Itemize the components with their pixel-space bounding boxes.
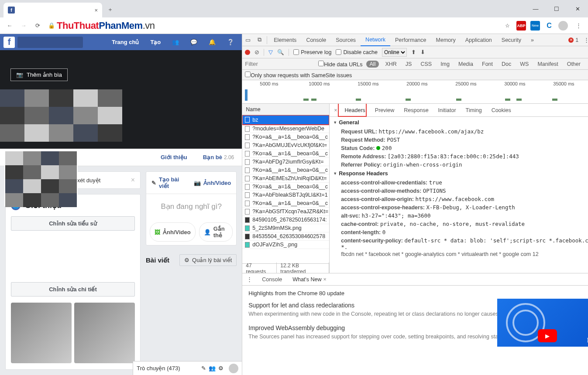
tab-response[interactable]: Response bbox=[399, 104, 433, 117]
tab-network[interactable]: Network bbox=[361, 34, 390, 46]
tab-memory[interactable]: Memory bbox=[431, 34, 461, 46]
reload-button[interactable]: ⟳ bbox=[31, 20, 44, 32]
record-icon[interactable] bbox=[245, 50, 250, 55]
preserve-log-checkbox[interactable]: Preserve log bbox=[293, 49, 331, 55]
disable-cache-checkbox[interactable]: Disable cache bbox=[336, 49, 378, 55]
tab-cookies[interactable]: Cookies bbox=[487, 104, 516, 117]
nav-home[interactable]: Trang chủ bbox=[107, 39, 143, 45]
tab-console[interactable]: Console bbox=[301, 34, 331, 46]
request-row[interactable]: ?Ko=a&__a=1&__beoa=0&__c bbox=[242, 166, 329, 174]
filter-xhr[interactable]: XHR bbox=[382, 60, 399, 68]
tab-performance[interactable]: Performance bbox=[390, 34, 431, 46]
request-row[interactable]: ?Ka=AbGMUJEvVcUKfj0f&Kt= bbox=[242, 141, 329, 150]
browser-tab[interactable]: f × bbox=[3, 3, 102, 17]
filter-css[interactable]: CSS bbox=[418, 60, 434, 68]
profile-picture[interactable] bbox=[4, 150, 78, 206]
help-icon[interactable]: ❔ bbox=[225, 37, 236, 48]
add-cover-button[interactable]: 📷 Thêm ảnh bìa bbox=[10, 68, 68, 81]
tab-sources[interactable]: Sources bbox=[331, 34, 361, 46]
request-row[interactable]: ?Ko=a&__a=1&__beoa=0&__c bbox=[242, 150, 329, 158]
action-photo-video[interactable]: 🖼Ảnh/Video bbox=[150, 222, 196, 242]
name-column-header[interactable]: Name bbox=[242, 104, 329, 115]
tab-initiator[interactable]: Initiator bbox=[433, 104, 461, 117]
tab-timing[interactable]: Timing bbox=[461, 104, 487, 117]
error-badge[interactable]: ✕ bbox=[568, 38, 574, 43]
facebook-search-input[interactable] bbox=[17, 37, 83, 48]
create-post-tab[interactable]: ✎Tạo bài viết bbox=[146, 172, 189, 194]
request-row[interactable]: ?modules=MessengerWebDe bbox=[242, 125, 329, 133]
request-row[interactable]: dOJFaVZihS_.png bbox=[242, 241, 329, 249]
lock-icon[interactable]: 🔒 bbox=[48, 22, 55, 29]
samesite-checkbox[interactable]: Only show requests with SameSite issues bbox=[245, 72, 352, 78]
filter-js[interactable]: JS bbox=[403, 60, 415, 68]
tab-close-icon[interactable]: × bbox=[94, 7, 98, 14]
download-har-icon[interactable]: ⬇ bbox=[420, 49, 425, 55]
photo-thumb[interactable] bbox=[74, 303, 135, 363]
edit-bio-button[interactable]: Chỉnh sửa tiểu sử bbox=[11, 216, 135, 231]
tab-application[interactable]: Application bbox=[461, 34, 497, 46]
hide-data-urls-checkbox[interactable]: Hide data URLs bbox=[318, 61, 362, 68]
request-row[interactable]: 84535504_626353084602578 bbox=[242, 232, 329, 241]
manage-posts-button[interactable]: ⚙ Quản lý bài viết bbox=[179, 254, 237, 266]
more-icon[interactable]: ⋮ bbox=[580, 37, 588, 43]
filter-input[interactable] bbox=[245, 61, 315, 67]
device-mode-icon[interactable]: ⧉ bbox=[254, 37, 265, 43]
request-row[interactable]: ?Ka=AbFDg72iumfIrGsy&Kt= bbox=[242, 158, 329, 166]
maximize-button[interactable]: ☐ bbox=[546, 0, 567, 17]
filter-doc[interactable]: Doc bbox=[499, 60, 514, 68]
filter-all[interactable]: All bbox=[366, 61, 379, 68]
tabs-overflow-icon[interactable]: » bbox=[526, 34, 539, 46]
tab-elements[interactable]: Elements bbox=[269, 34, 301, 46]
request-row[interactable]: 84590105_267825016563174: bbox=[242, 216, 329, 224]
request-row-selected[interactable]: bz bbox=[242, 115, 329, 125]
throttle-select[interactable]: Online bbox=[382, 48, 407, 57]
tab-about[interactable]: Giới thiệu bbox=[153, 149, 195, 166]
network-timeline[interactable]: 5000 ms10000 ms15000 ms20000 ms25000 ms3… bbox=[242, 80, 588, 104]
chat-bar[interactable]: Trò chuyện (473) ✎ 👥 ⚙ bbox=[133, 361, 242, 375]
request-row[interactable]: 5_2zSM9mMSk.png bbox=[242, 224, 329, 232]
filter-img[interactable]: Img bbox=[438, 60, 452, 68]
filter-ws[interactable]: WS bbox=[517, 60, 531, 68]
drawer-menu-icon[interactable]: ⋮ bbox=[242, 276, 257, 283]
general-section[interactable]: ▼General bbox=[333, 118, 588, 127]
tab-security[interactable]: Security bbox=[497, 34, 526, 46]
filter-media[interactable]: Media bbox=[456, 60, 476, 68]
upload-har-icon[interactable]: ⬆ bbox=[411, 49, 416, 55]
edit-details-button[interactable]: Chỉnh sửa chi tiết bbox=[11, 282, 135, 297]
response-headers-section[interactable]: ▼Response Headers bbox=[333, 169, 588, 178]
extension-new-icon[interactable]: New bbox=[530, 21, 540, 31]
drawer-whatsnew-tab[interactable]: What's New × bbox=[287, 273, 332, 286]
adblock-icon[interactable]: ABP bbox=[516, 21, 526, 31]
photo-thumb[interactable] bbox=[11, 303, 72, 363]
edit-icon[interactable]: ✎ bbox=[201, 365, 206, 372]
star-icon[interactable]: ☆ bbox=[502, 21, 512, 31]
group-icon[interactable]: 👥 bbox=[209, 365, 216, 372]
action-tag[interactable]: 👤Gắn thẻ bbox=[199, 222, 233, 242]
browser-menu-icon[interactable]: ⋮ bbox=[572, 20, 585, 32]
extension-c-icon[interactable]: C bbox=[544, 21, 554, 31]
friends-icon[interactable]: 👥 bbox=[170, 37, 181, 48]
request-row[interactable]: ?Ka=AbGSfTXcqn7eaJZR&Kt= bbox=[242, 208, 329, 216]
tab-friends[interactable]: Bạn bè2.06 bbox=[195, 149, 242, 166]
promo-banner[interactable]: ▶ ne bbox=[497, 299, 588, 347]
composer-input[interactable]: Bạn đang nghĩ gì? bbox=[146, 194, 236, 219]
filter-other[interactable]: Other bbox=[564, 60, 583, 68]
nav-create[interactable]: Tạo bbox=[146, 39, 165, 45]
search-icon[interactable]: 🔍 bbox=[277, 49, 284, 55]
minimize-button[interactable]: — bbox=[525, 0, 546, 17]
photo-video-tab[interactable]: 📷Ảnh/Video bbox=[189, 172, 237, 194]
filter-font[interactable]: Font bbox=[479, 60, 495, 68]
request-row[interactable]: ?Ko=a&__a=1&__beoa=0&__c bbox=[242, 133, 329, 141]
request-row[interactable]: ?Ka=AbFbIeakSBTJq9LI&Kt=1 bbox=[242, 191, 329, 199]
inspect-icon[interactable]: ▭ bbox=[242, 37, 254, 43]
new-tab-button[interactable]: ＋ bbox=[104, 3, 116, 16]
facebook-logo[interactable]: f bbox=[3, 37, 15, 48]
filter-manifest[interactable]: Manifest bbox=[535, 60, 560, 68]
close-window-button[interactable]: ✕ bbox=[567, 0, 588, 17]
clear-icon[interactable]: ⊘ bbox=[254, 49, 259, 55]
profile-avatar-icon[interactable] bbox=[558, 21, 568, 31]
tab-preview[interactable]: Preview bbox=[370, 104, 399, 117]
notifications-icon[interactable]: 🔔 bbox=[207, 37, 217, 48]
gear-icon[interactable]: ⚙ bbox=[218, 365, 224, 372]
request-row[interactable]: ?Ka=AbElMEsZhUniRqID&Kt= bbox=[242, 174, 329, 183]
